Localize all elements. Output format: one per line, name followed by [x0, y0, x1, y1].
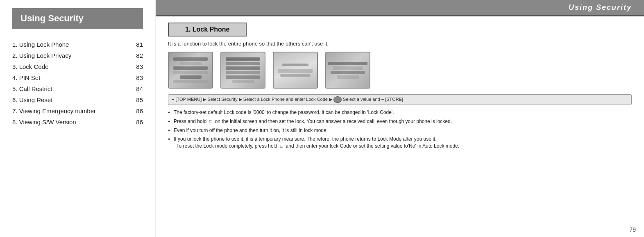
- toc-page: 81: [127, 41, 143, 48]
- list-item: 3. Lock Code 83: [12, 63, 143, 70]
- toc-page: 86: [127, 118, 143, 125]
- phone-screen-4: [325, 52, 370, 89]
- nav-instruction-bar: − [TOP MENU] ▶ Select Security ▶ Select …: [168, 94, 632, 105]
- list-item: Press and hold □ on the initial screen a…: [168, 118, 632, 125]
- section-title-box: Using Security: [12, 8, 143, 29]
- toc-page: 83: [127, 74, 143, 81]
- lock-phone-title: 1. Lock Phone: [185, 26, 229, 33]
- phone-screen-1: [168, 52, 213, 89]
- bullet-list: The factory-set default Lock code is '00…: [168, 109, 632, 150]
- right-content: 1. Lock Phone It is a function to lock t…: [156, 16, 644, 237]
- toc-page: 82: [127, 52, 143, 59]
- description-text: It is a function to lock the entire phon…: [168, 41, 632, 47]
- lock-phone-title-box: 1. Lock Phone: [168, 23, 247, 36]
- list-item: 5. Call Restrict 84: [12, 85, 143, 92]
- list-item: 7. Viewing Emergency number 86: [12, 107, 143, 114]
- bracket-open: −: [172, 97, 174, 102]
- toc-label: 7. Viewing Emergency number: [12, 107, 127, 114]
- page-number: 79: [629, 226, 636, 233]
- toc-page: 86: [127, 107, 143, 114]
- left-panel: Using Security 1. Using Lock Phone 81 2.…: [0, 0, 156, 237]
- toc-label: 2. Using Lock Privacy: [12, 52, 127, 59]
- toc-page: 84: [127, 85, 143, 92]
- list-item: The factory-set default Lock code is '00…: [168, 109, 632, 116]
- toc-label: 8. Viewing S/W Version: [12, 118, 127, 125]
- toc-label: 3. Lock Code: [12, 63, 127, 70]
- phone-screen-3: [273, 52, 318, 89]
- right-panel: Using Security 1. Lock Phone It is a fun…: [156, 0, 644, 237]
- toc-page: 85: [127, 96, 143, 103]
- nav-instruction-text: − [TOP MENU] ▶ Select Security ▶ Select …: [172, 96, 403, 103]
- list-item: 8. Viewing S/W Version 86: [12, 118, 143, 125]
- bracket-store: −: [381, 97, 384, 102]
- toc-label: 1. Using Lock Phone: [12, 41, 127, 48]
- phone-screen-2: [220, 52, 265, 89]
- list-item: Even if you turn off the phone and then …: [168, 127, 632, 134]
- list-item: 2. Using Lock Privacy 82: [12, 52, 143, 59]
- toc-label: 5. Call Restrict: [12, 85, 127, 92]
- toc-label: 4. PIN Set: [12, 74, 127, 81]
- right-panel-wrapper: Using Security 1. Lock Phone It is a fun…: [156, 0, 644, 237]
- toc-label: 6. Using Reset: [12, 96, 127, 103]
- list-item: If you unlock the phone to use it, it is…: [168, 136, 632, 150]
- list-item: 4. PIN Set 83: [12, 74, 143, 81]
- toc-page: 83: [127, 63, 143, 70]
- list-item: 1. Using Lock Phone 81: [12, 41, 143, 48]
- right-header-title: Using Security: [569, 3, 632, 11]
- list-item: 6. Using Reset 85: [12, 96, 143, 103]
- phone-screenshots: [168, 52, 632, 89]
- toc-list: 1. Using Lock Phone 81 2. Using Lock Pri…: [12, 41, 143, 130]
- section-title: Using Security: [20, 13, 84, 23]
- right-header: Using Security: [156, 0, 644, 16]
